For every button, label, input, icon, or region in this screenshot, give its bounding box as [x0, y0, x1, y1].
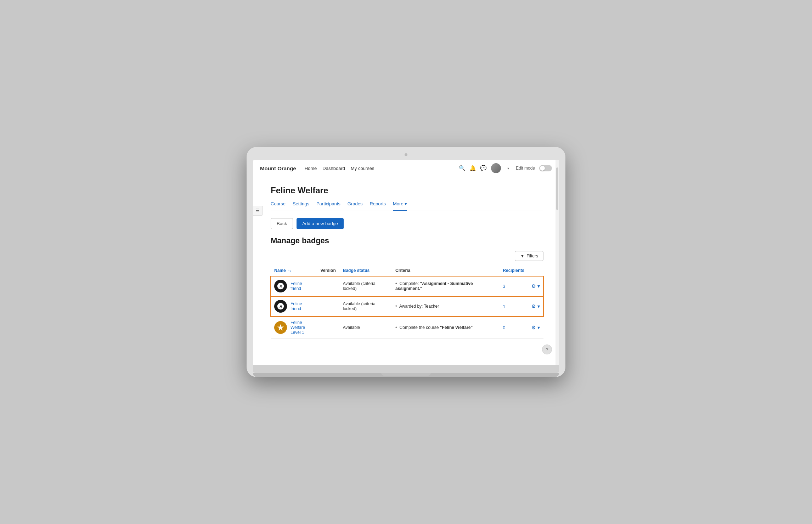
- laptop-bottom: [253, 373, 559, 377]
- badge-recipients: 1: [499, 296, 528, 317]
- badge-gear-button[interactable]: ⚙ ▾: [531, 303, 540, 309]
- table-row: Feline friend Available (criteria locked…: [271, 276, 543, 296]
- dropdown-chevron-icon: ▾: [537, 303, 540, 309]
- table-row: FelineWelfareLevel 1 Available • Complet…: [271, 317, 543, 339]
- help-bubble[interactable]: ?: [542, 344, 552, 354]
- dropdown-chevron-icon: ▾: [537, 283, 540, 289]
- filter-icon: ▼: [520, 254, 524, 258]
- badge-icon-cat: [274, 280, 287, 292]
- badge-icon-cat: [274, 300, 287, 313]
- search-icon[interactable]: 🔍: [459, 165, 466, 171]
- table-header-row: Name ↑↓ Version Badge status Criteria Re…: [271, 265, 543, 276]
- bell-icon[interactable]: 🔔: [470, 165, 476, 171]
- sidebar-toggle[interactable]: ☰: [253, 206, 263, 216]
- nav-home[interactable]: Home: [305, 166, 317, 171]
- add-badge-button[interactable]: Add a new badge: [297, 218, 344, 229]
- badges-table: Name ↑↓ Version Badge status Criteria Re…: [271, 265, 543, 339]
- tab-more[interactable]: More ▾: [393, 201, 407, 211]
- page-heading: Manage badges: [271, 236, 543, 245]
- badge-actions: ⚙ ▾: [528, 296, 543, 317]
- main-content: Feline Welfare Course Settings Participa…: [253, 177, 558, 347]
- badge-version: [317, 276, 339, 296]
- gear-icon: ⚙: [531, 325, 536, 330]
- badge-recipients: 0: [499, 317, 528, 339]
- col-version: Version: [317, 265, 339, 276]
- badge-version: [317, 296, 339, 317]
- badge-criteria: • Awarded by: Teacher: [392, 296, 499, 317]
- gear-icon: ⚙: [531, 283, 536, 289]
- sort-icon[interactable]: ↑↓: [288, 269, 292, 273]
- back-button[interactable]: Back: [271, 218, 293, 229]
- course-tabs: Course Settings Participants Grades Repo…: [271, 201, 543, 211]
- avatar-image: [491, 163, 501, 173]
- filters-button[interactable]: ▼ Filters: [515, 251, 543, 261]
- badge-icon-medal: [274, 321, 287, 334]
- badge-gear-button[interactable]: ⚙ ▾: [531, 325, 540, 330]
- badge-name-cell: Feline friend: [271, 296, 317, 317]
- course-title: Feline Welfare: [271, 186, 543, 195]
- badge-version: [317, 317, 339, 339]
- badge-name-link[interactable]: Feline friend: [291, 301, 313, 311]
- badge-gear-button[interactable]: ⚙ ▾: [531, 283, 540, 289]
- tab-course[interactable]: Course: [271, 201, 286, 211]
- avatar[interactable]: [491, 163, 501, 173]
- badge-name-link[interactable]: FelineWelfareLevel 1: [291, 320, 305, 335]
- nav-dashboard[interactable]: Dashboard: [322, 166, 345, 171]
- nav-right: 🔍 🔔 💬 ▾ Edit mode: [459, 163, 552, 173]
- gear-icon: ⚙: [531, 303, 536, 309]
- tab-reports[interactable]: Reports: [370, 201, 386, 211]
- col-recipients: Recipients: [499, 265, 528, 276]
- col-badge-status: Badge status: [339, 265, 392, 276]
- badge-name-cell: FelineWelfareLevel 1: [271, 317, 317, 339]
- edit-mode-label: Edit mode: [516, 166, 535, 171]
- laptop-base: [253, 365, 559, 373]
- top-navigation: Mount Orange Home Dashboard My courses 🔍…: [253, 160, 559, 177]
- scrollbar-thumb[interactable]: [556, 167, 558, 210]
- badge-status: Available: [339, 317, 392, 339]
- tab-settings[interactable]: Settings: [293, 201, 309, 211]
- chat-icon[interactable]: 💬: [480, 165, 487, 171]
- action-buttons: Back Add a new badge: [271, 218, 543, 229]
- dropdown-chevron-icon: ▾: [537, 325, 540, 330]
- toggle-knob: [540, 166, 545, 171]
- badge-criteria: • Complete the course "Feline Welfare": [392, 317, 499, 339]
- col-name: Name ↑↓: [271, 265, 317, 276]
- badge-actions: ⚙ ▾: [528, 317, 543, 339]
- badge-name-cell: Feline friend: [271, 276, 317, 296]
- col-criteria: Criteria: [392, 265, 499, 276]
- tab-participants[interactable]: Participants: [316, 201, 340, 211]
- badge-recipients: 3: [499, 276, 528, 296]
- badge-status: Available (criteria locked): [339, 296, 392, 317]
- edit-mode-toggle[interactable]: [539, 165, 552, 171]
- brand-name: Mount Orange: [260, 165, 296, 171]
- scrollbar-track[interactable]: [556, 160, 559, 365]
- nav-my-courses[interactable]: My courses: [351, 166, 374, 171]
- col-actions: [528, 265, 543, 276]
- more-chevron-icon: ▾: [405, 201, 407, 206]
- table-row: Feline friend Available (criteria locked…: [271, 296, 543, 317]
- laptop-camera: [405, 153, 407, 156]
- badge-status: Available (criteria locked): [339, 276, 392, 296]
- laptop-notch: [381, 373, 431, 376]
- filters-row: ▼ Filters: [271, 251, 543, 261]
- nav-links: Home Dashboard My courses: [305, 166, 374, 171]
- badge-actions: ⚙ ▾: [528, 276, 543, 296]
- badge-criteria: • Complete: "Assignment - Summative assi…: [392, 276, 499, 296]
- tab-grades[interactable]: Grades: [348, 201, 363, 211]
- avatar-chevron-icon[interactable]: ▾: [505, 165, 512, 171]
- badge-name-link[interactable]: Feline friend: [291, 281, 313, 291]
